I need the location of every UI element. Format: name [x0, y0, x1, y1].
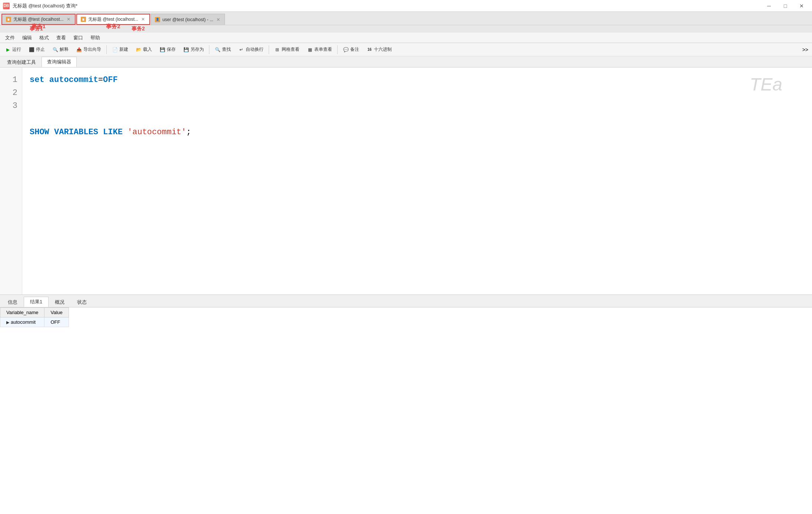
results-area: 信息 结果1 概况 状态 Variable_name Value ▶autoco…: [0, 295, 812, 514]
tab1-icon: 📋: [6, 17, 11, 22]
tab1-close[interactable]: ✕: [66, 16, 71, 22]
toolbar: ▶ 运行 ⬛ 停止 🔍 解释 📤 导出向导 📄 新建 📂 载入 💾 保存 💾 另…: [0, 43, 812, 56]
tab1-overlay: 事务1: [32, 23, 46, 30]
load-button[interactable]: 📂 载入: [132, 45, 155, 55]
kw-off: OFF: [103, 75, 118, 85]
cell-variable-name: ▶autocommit: [0, 317, 44, 327]
gridview-button[interactable]: ⊞ 网格查看: [271, 45, 303, 55]
main-area: 1 2 3 set autocommit=OFF SHOW VARIABLES …: [0, 67, 812, 514]
result-table: Variable_name Value ▶autocommit OFF: [0, 307, 69, 327]
line-numbers: 1 2 3: [0, 67, 22, 294]
export-button[interactable]: 📤 导出向导: [73, 45, 105, 55]
tab3-close[interactable]: ✕: [216, 17, 221, 23]
line-num-3: 3: [4, 99, 17, 112]
title-bar: DB 无标题 @test (localhost) 查询* ─ □ ✕: [0, 0, 812, 12]
code-editor[interactable]: 1 2 3 set autocommit=OFF SHOW VARIABLES …: [0, 67, 812, 295]
result-table-head: Variable_name Value: [0, 307, 69, 317]
autowrap-button[interactable]: ↵ 自动换行: [235, 45, 267, 55]
save-icon: 💾: [159, 47, 165, 53]
tab2-icon: 📋: [81, 17, 86, 22]
title-bar-left: DB 无标题 @test (localhost) 查询*: [3, 3, 77, 9]
menu-view[interactable]: 查看: [53, 33, 70, 43]
kw-string: 'autocommit': [127, 128, 186, 137]
hex-icon: 16: [367, 47, 372, 53]
toolbar-expand[interactable]: >>: [800, 47, 811, 53]
query-tab-1[interactable]: 📋 无标题 @test (localhost... ✕ 事务1: [1, 14, 76, 25]
result-tabs: 信息 结果1 概况 状态: [0, 295, 812, 307]
comment-button[interactable]: 💬 备注: [339, 45, 362, 55]
kw-variables: VARIABLES: [54, 128, 98, 137]
new-label: 新建: [119, 46, 128, 53]
tab3-icon: 👤: [155, 17, 160, 22]
title-bar-controls: ─ □ ✕: [762, 1, 809, 11]
sub-tab-builder[interactable]: 查询创建工具: [1, 57, 42, 67]
line-num-1: 1: [4, 73, 17, 86]
stop-icon: ⬛: [29, 47, 34, 53]
export-label: 导出向导: [83, 46, 101, 53]
row-arrow-icon: ▶: [6, 320, 9, 324]
query-tab-2[interactable]: 📋 无标题 @test (localhost... ✕ 事务2: [76, 14, 150, 25]
explain-label: 解释: [60, 46, 69, 53]
formview-label: 表单查看: [314, 46, 332, 53]
hex-button[interactable]: 16 十六进制: [363, 45, 395, 55]
result-tab-overview[interactable]: 概况: [49, 297, 71, 307]
result-tab-info[interactable]: 信息: [1, 297, 24, 307]
load-icon: 📂: [136, 47, 142, 53]
tab3-label: user @test (localhost) - ...: [162, 17, 213, 22]
menu-edit[interactable]: 编辑: [19, 33, 36, 43]
result-table-body: ▶autocommit OFF: [0, 317, 69, 327]
kw-autocommit: autocommit: [49, 75, 98, 85]
menu-window[interactable]: 窗口: [70, 33, 87, 43]
menu-bar: 文件 编辑 格式 查看 窗口 帮助: [0, 33, 812, 43]
stop-button[interactable]: ⬛ 停止: [25, 45, 48, 55]
cell-value: OFF: [44, 317, 69, 327]
col-variable-name: Variable_name: [0, 307, 44, 317]
explain-icon: 🔍: [52, 47, 58, 53]
run-label: 运行: [12, 46, 21, 53]
query-tabs-bar: 📋 无标题 @test (localhost... ✕ 事务1 📋 无标题 @t…: [0, 12, 812, 25]
app-icon: DB: [3, 3, 10, 9]
tab2-overlay: 事务2: [106, 23, 120, 30]
explain-button[interactable]: 🔍 解释: [49, 45, 72, 55]
run-button[interactable]: ▶ 运行: [1, 45, 24, 55]
result-table-wrap: Variable_name Value ▶autocommit OFF: [0, 307, 812, 514]
code-line-3: SHOW VARIABLES LIKE 'autocommit';: [30, 126, 805, 139]
load-label: 载入: [143, 46, 152, 53]
maximize-button[interactable]: □: [778, 1, 793, 11]
find-button[interactable]: 🔍 查找: [211, 45, 234, 55]
code-content[interactable]: set autocommit=OFF SHOW VARIABLES LIKE '…: [22, 67, 812, 294]
gridview-label: 网格查看: [282, 46, 299, 53]
result-tab-result1[interactable]: 结果1: [24, 297, 49, 307]
sub-tab-editor[interactable]: 查询编辑器: [42, 57, 77, 67]
formview-button[interactable]: ▦ 表单查看: [304, 45, 335, 55]
tab-overlay-row: 事务1 事务2: [0, 25, 812, 33]
save-button[interactable]: 💾 保存: [156, 45, 179, 55]
kw-show: SHOW: [30, 128, 49, 137]
gridview-icon: ⊞: [274, 47, 280, 53]
autowrap-label: 自动换行: [246, 46, 264, 53]
title-bar-title: 无标题 @test (localhost) 查询*: [13, 3, 77, 9]
menu-help[interactable]: 帮助: [87, 33, 104, 43]
toolbar-sep-3: [269, 45, 269, 54]
result-table-header-row: Variable_name Value: [0, 307, 69, 317]
close-button[interactable]: ✕: [794, 1, 809, 11]
find-label: 查找: [222, 46, 231, 53]
stop-label: 停止: [36, 46, 45, 53]
toolbar-sep-1: [106, 45, 107, 54]
run-icon: ▶: [5, 47, 11, 53]
minimize-button[interactable]: ─: [762, 1, 776, 11]
comment-icon: 💬: [343, 47, 349, 53]
save-label: 保存: [167, 46, 176, 53]
toolbar-sep-4: [337, 45, 338, 54]
new-button[interactable]: 📄 新建: [109, 45, 132, 55]
saveas-button[interactable]: 💾 另存为: [180, 45, 207, 55]
comment-label: 备注: [350, 46, 359, 53]
menu-file[interactable]: 文件: [1, 33, 19, 43]
autowrap-icon: ↵: [238, 47, 244, 53]
table-row[interactable]: ▶autocommit OFF: [0, 317, 69, 327]
menu-format[interactable]: 格式: [36, 33, 53, 43]
tab2-close[interactable]: ✕: [140, 16, 146, 22]
query-tab-3[interactable]: 👤 user @test (localhost) - ... ✕: [151, 14, 225, 25]
line-num-2: 2: [4, 86, 17, 99]
result-tab-status[interactable]: 状态: [71, 297, 93, 307]
